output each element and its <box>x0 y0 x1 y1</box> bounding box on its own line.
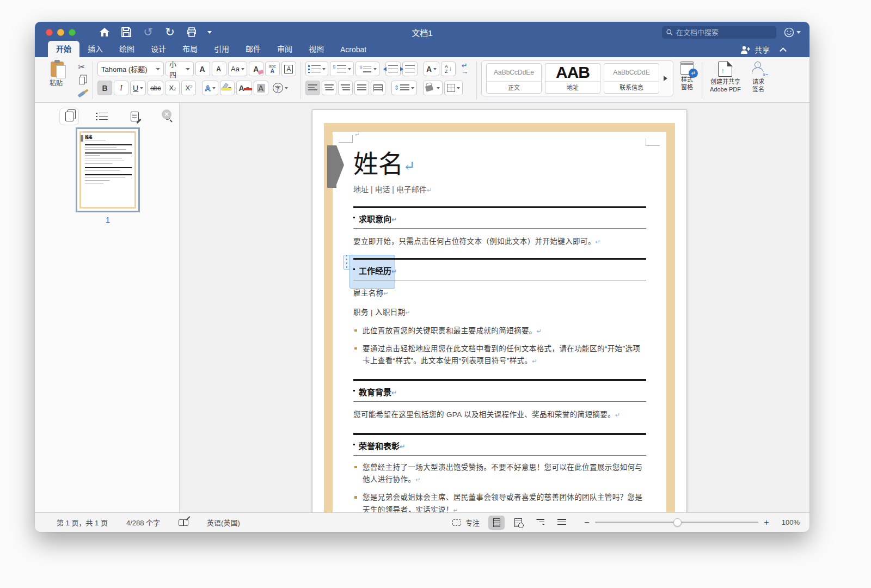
underline-button[interactable]: U <box>130 81 146 95</box>
section-objective-text[interactable]: 要立即开始，只需点击任何占位符文本（例如此文本）并开始键入即可。↵ <box>353 236 646 248</box>
font-color-button[interactable]: A <box>236 81 252 95</box>
document-page[interactable]: ↵ 姓名↵ 地址 | 电话 | 电子邮件↵ 求职意向↵ 要立即开始，只需点击任何… <box>312 109 687 512</box>
styles-pane-button[interactable]: ⇄ 样式窗格 <box>677 60 697 100</box>
paste-button[interactable]: 粘贴 <box>41 60 73 100</box>
print-layout-view-button[interactable] <box>488 516 505 530</box>
bullets-button[interactable] <box>305 62 328 76</box>
section-honors-heading[interactable]: 荣誉和表彰↵ <box>353 435 646 455</box>
font-size-select[interactable]: 小四 <box>165 62 194 76</box>
redo-button[interactable]: ↻ <box>164 26 176 38</box>
highlight-button[interactable] <box>220 81 235 95</box>
zoom-slider[interactable] <box>595 522 758 523</box>
italic-button[interactable]: I <box>114 81 128 95</box>
resume-contact-line[interactable]: 地址 | 电话 | 电子邮件↵ <box>353 183 646 194</box>
align-left-button[interactable] <box>305 81 320 95</box>
clear-formatting-button[interactable]: A <box>249 62 263 76</box>
section-experience-heading[interactable]: 工作经历↵ <box>353 260 646 280</box>
section-objective-heading[interactable]: 求职意向↵ <box>353 208 646 228</box>
text-direction-button[interactable]: A <box>424 62 439 76</box>
borders-button[interactable] <box>444 81 463 95</box>
share-button[interactable]: 共享 <box>740 44 786 55</box>
copy-button[interactable] <box>75 75 88 87</box>
sort-button[interactable]: AZ↓ <box>441 62 456 76</box>
content-control-handle[interactable] <box>344 255 350 270</box>
feedback-smiley-button[interactable] <box>784 27 801 38</box>
print-icon[interactable] <box>186 26 198 38</box>
tab-mailings[interactable]: 邮件 <box>237 41 269 57</box>
line-spacing-button[interactable]: ⇕ <box>391 81 417 95</box>
experience-bullet-2[interactable]: 要通过点击轻松地应用您在此文档中看到的任何文本格式，请在功能区的“开始”选项卡上… <box>353 343 646 367</box>
draft-view-button[interactable] <box>554 516 570 530</box>
zoom-in-button[interactable]: + <box>763 518 770 528</box>
undo-button[interactable]: ↺ <box>142 26 154 38</box>
honors-bullet-1[interactable]: 您曾经主持了一场大型演出饱受赞扬。不要不好意思！您可以在此位置展示您如何与他人进… <box>353 462 646 486</box>
quick-access-menu-caret[interactable] <box>207 31 212 34</box>
tab-acrobat[interactable]: Acrobat <box>332 43 375 57</box>
align-right-button[interactable] <box>338 81 353 95</box>
phonetic-guide-button[interactable]: abcA <box>265 62 280 76</box>
bold-button[interactable]: B <box>97 81 112 95</box>
align-center-button[interactable] <box>322 81 336 95</box>
zoom-percentage[interactable]: 100% <box>775 518 800 526</box>
language-selector[interactable]: 英语(英国) <box>207 517 240 528</box>
increase-indent-button[interactable] <box>402 62 418 76</box>
format-painter-button[interactable] <box>75 88 88 100</box>
web-layout-view-button[interactable] <box>510 516 526 530</box>
shrink-font-button[interactable]: A <box>212 62 226 76</box>
focus-mode-button[interactable]: 专注 <box>452 517 480 528</box>
collapse-ribbon-chevron[interactable] <box>780 47 787 54</box>
character-shading-button[interactable]: A <box>254 81 268 95</box>
style-normal[interactable]: AaBbCcDdEe 正文 <box>486 63 542 94</box>
outline-view-button[interactable] <box>532 516 548 530</box>
tab-insert[interactable]: 插入 <box>79 41 111 57</box>
tab-references[interactable]: 引用 <box>206 41 237 57</box>
employer-name-text[interactable]: 雇主名称↵ <box>353 287 646 299</box>
decrease-indent-button[interactable] <box>385 62 401 76</box>
resume-name-heading[interactable]: 姓名↵ <box>353 150 646 179</box>
section-education-text[interactable]: 您可能希望在这里包括您的 GPA 以及相关课程作业、奖品和荣誉的简短摘要。↵ <box>353 409 646 421</box>
close-sidebar-button[interactable]: ✕ <box>162 109 171 119</box>
style-contact[interactable]: AaBbCcDdE 联系信息 <box>604 63 659 94</box>
search-box[interactable] <box>662 26 776 39</box>
text-effects-button[interactable]: A <box>202 81 218 95</box>
page-info[interactable]: 第 1 页，共 1 页 <box>57 517 108 528</box>
proofing-status-button[interactable] <box>179 519 188 526</box>
superscript-button[interactable]: X2 <box>181 81 196 95</box>
create-share-pdf-button[interactable]: ↑ 创建并共享Adobe PDF <box>707 60 744 100</box>
tab-home[interactable]: 开始 <box>48 41 79 57</box>
tab-layout[interactable]: 布局 <box>174 41 206 57</box>
font-name-select[interactable]: Tahoma (标题) <box>97 62 164 76</box>
close-window-button[interactable] <box>46 29 53 36</box>
sidebar-tab-headings[interactable] <box>93 108 111 125</box>
numbering-button[interactable] <box>330 62 354 76</box>
style-address[interactable]: AAB 地址 <box>545 63 600 94</box>
zoom-window-button[interactable] <box>69 29 76 36</box>
tab-design[interactable]: 设计 <box>143 41 174 57</box>
word-count[interactable]: 4/288 个字 <box>126 517 160 528</box>
zoom-out-button[interactable]: − <box>583 518 591 528</box>
justify-button[interactable] <box>354 81 369 95</box>
strikethrough-button[interactable]: abc <box>148 81 163 95</box>
minimize-window-button[interactable] <box>57 29 64 36</box>
save-icon[interactable] <box>120 26 132 38</box>
asian-layout-button[interactable]: 字 <box>270 81 291 95</box>
grow-font-button[interactable]: A <box>195 62 210 76</box>
home-icon[interactable] <box>99 26 111 38</box>
distribute-button[interactable] <box>371 81 385 95</box>
tab-review[interactable]: 审阅 <box>269 41 300 57</box>
honors-bullet-2[interactable]: 您是兄弟会或姐妹会主席、居民董事会领导或者喜爱的慈善团体的团队主管吗？您是天生的… <box>353 492 646 512</box>
cut-button[interactable]: ✂ <box>75 61 88 73</box>
page-thumbnail[interactable]: 姓名 <box>77 129 138 211</box>
tab-view[interactable]: 视图 <box>300 41 332 57</box>
styles-gallery-next-button[interactable] <box>664 76 667 81</box>
show-marks-button[interactable]: ↵→ <box>457 62 472 76</box>
change-case-button[interactable]: Aa <box>228 62 247 76</box>
sidebar-tab-edits[interactable] <box>125 108 144 125</box>
tab-draw[interactable]: 绘图 <box>111 41 143 57</box>
multilevel-list-button[interactable] <box>355 62 379 76</box>
job-title-dates-text[interactable]: 职务 | 入职日期↵ <box>353 307 646 318</box>
request-signature-button[interactable]: x~ 请求签名 <box>747 60 769 100</box>
shading-button[interactable] <box>423 81 443 95</box>
sidebar-tab-thumbnails[interactable] <box>60 108 78 125</box>
subscript-button[interactable]: X2 <box>165 81 180 95</box>
